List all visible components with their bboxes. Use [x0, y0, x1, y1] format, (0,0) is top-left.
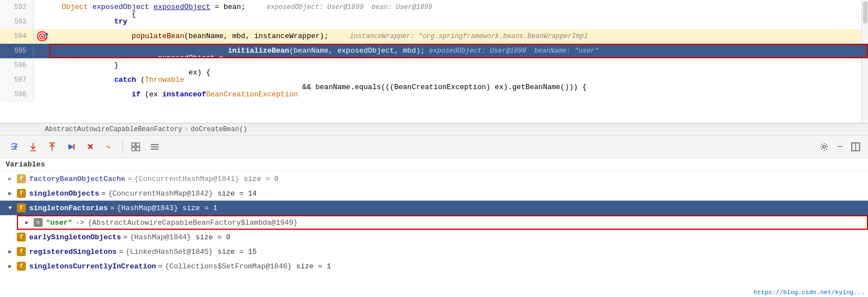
step-into-button[interactable]	[25, 138, 41, 155]
var-val-registeredSingletons: {LinkedHashSet@1845}	[126, 248, 213, 256]
var-registeredSingletons[interactable]: ▶ f registeredSingletons = {LinkedHashSe…	[0, 244, 868, 259]
var-size-singletonFactories: size = 1	[178, 204, 217, 212]
svg-text:↷: ↷	[105, 144, 110, 151]
var-val-singletonFactories: {HashMap@1843}	[117, 204, 178, 212]
line-number-593: 593	[0, 15, 34, 29]
var-val-earlySingletonObjects: {HashMap@1844}	[130, 233, 191, 242]
var-factoryBeanObjectCache[interactable]: ▶ f factoryBeanObjectCache = {Concurrent…	[0, 171, 868, 186]
line-number-598: 598	[0, 87, 34, 102]
code-content-593: try {	[50, 15, 868, 29]
variables-panel: Variables ▶ f factoryBeanObjectCache = {…	[0, 158, 868, 297]
evaluate-button[interactable]: ✕	[82, 138, 99, 155]
type-badge-singletonsCurrentlyInCreation: f	[17, 262, 26, 271]
expand-arrow-user[interactable]: ▶	[22, 218, 31, 227]
breadcrumb-separator: ›	[184, 126, 188, 133]
svg-rect-11	[136, 147, 140, 151]
settings-gear-button[interactable]	[818, 140, 831, 154]
line-number-592: 592	[0, 0, 34, 15]
var-size-registeredSingletons: size = 15	[213, 248, 257, 256]
breakpoint-595[interactable]	[34, 44, 50, 58]
var-val-singletonObjects: {ConcurrentHashMap@1842}	[108, 189, 213, 198]
step-over-icon	[9, 142, 19, 152]
step-into-icon	[28, 142, 38, 152]
var-name-singletonFactories: singletonFactories	[29, 204, 108, 212]
breakpoint-592[interactable]	[34, 0, 50, 15]
toolbar-right-controls: —	[818, 140, 862, 154]
type-badge-earlySingletonObjects: f	[17, 233, 26, 242]
var-eq-earlySingletonObjects: =	[123, 233, 128, 242]
var-arrow-user: ->	[76, 219, 85, 227]
panel-button[interactable]	[849, 140, 862, 154]
run-to-cursor-button[interactable]	[63, 138, 80, 155]
code-editor: 592 Object exposedObject exposedObject =…	[0, 0, 868, 123]
var-singletonFactories[interactable]: ▼ f singletonFactories = {HashMap@1843} …	[0, 201, 868, 215]
selected-line-wrapper: exposedObject = initializeBean(beanName,…	[50, 44, 868, 58]
breakpoint-596[interactable]	[34, 58, 50, 73]
panel-icon	[851, 142, 860, 151]
var-size-earlySingletonObjects: size = 0	[191, 233, 230, 242]
expand-arrow-factoryBeanObjectCache[interactable]: ▶	[6, 174, 15, 183]
var-name-registeredSingletons: registeredSingletons	[29, 248, 117, 256]
var-singletonsCurrentlyInCreation[interactable]: ▶ f singletonsCurrentlyInCreation = {Col…	[0, 259, 868, 273]
breakpoint-597[interactable]	[34, 73, 50, 87]
expand-arrow-registeredSingletons[interactable]: ▶	[6, 247, 15, 256]
breadcrumb: AbstractAutowireCapableBeanFactory › doC…	[0, 123, 868, 136]
type-badge-registeredSingletons: f	[17, 247, 26, 256]
line-number-596: 596	[0, 58, 34, 73]
var-user-wrapper: ▶ ≡ "user" -> {AbstractAutowireCapableBe…	[0, 215, 868, 230]
step-arrow-icon: 🎯	[36, 30, 48, 43]
line-number-594: 594	[0, 29, 34, 44]
watches-button[interactable]	[127, 138, 144, 155]
var-eq-singletonObjects: =	[101, 189, 106, 198]
var-name-user: "user"	[46, 219, 72, 227]
code-content-592: Object exposedObject exposedObject = bea…	[50, 0, 868, 15]
breakpoint-593[interactable]	[34, 15, 50, 29]
var-name-earlySingletonObjects: earlySingletonObjects	[29, 233, 121, 242]
code-content-598: if (ex instanceof BeanCreationException …	[50, 87, 868, 102]
minimize-button[interactable]: —	[833, 140, 847, 154]
force-button[interactable]: ↷	[101, 138, 118, 155]
type-badge-singletonObjects: f	[17, 189, 26, 198]
status-bar: https://blog.csdn.net/kying...	[750, 288, 868, 297]
breadcrumb-method[interactable]: doCreateBean()	[191, 126, 247, 133]
breakpoint-598[interactable]	[34, 87, 50, 102]
step-out-button[interactable]	[44, 138, 61, 155]
var-singletonObjects[interactable]: ▶ f singletonObjects = {ConcurrentHashMa…	[0, 186, 868, 201]
var-user[interactable]: ▶ ≡ "user" -> {AbstractAutowireCapableBe…	[0, 215, 868, 230]
var-size-singletonObjects: size = 14	[213, 189, 257, 198]
variables-list: ▶ f factoryBeanObjectCache = {Concurrent…	[0, 171, 868, 273]
breadcrumb-class[interactable]: AbstractAutowireCapableBeanFactory	[45, 126, 182, 133]
code-line-595: 595 exposedObject = initializeBean(beanN…	[0, 44, 868, 58]
breakpoint-594[interactable]: 🎯	[34, 29, 50, 44]
code-scrollbar[interactable]	[861, 0, 868, 123]
var-size-singletonsCurrentlyInCreation: size = 1	[292, 262, 331, 271]
var-eq-singletonsCurrentlyInCreation: =	[158, 262, 163, 271]
step-out-icon	[47, 142, 57, 152]
force-icon: ↷	[104, 142, 114, 152]
var-eq-singletonFactories: =	[110, 204, 114, 212]
type-badge-user: ≡	[34, 218, 43, 227]
expand-arrow-singletonObjects[interactable]: ▶	[6, 189, 15, 198]
toolbar-separator-1	[122, 140, 123, 154]
expand-arrow-singletonsCurrentlyInCreation[interactable]: ▶	[6, 262, 15, 271]
code-line-598: 598 if (ex instanceof BeanCreationExcept…	[0, 87, 868, 102]
var-earlySingletonObjects[interactable]: ▶ f earlySingletonObjects = {HashMap@184…	[0, 230, 868, 244]
status-url: https://blog.csdn.net/kying...	[754, 289, 865, 296]
variables-header: Variables	[0, 158, 868, 171]
expand-arrow-singletonFactories[interactable]: ▼	[6, 203, 15, 212]
svg-rect-10	[132, 147, 135, 151]
step-over-button[interactable]	[6, 138, 22, 155]
var-name-singletonsCurrentlyInCreation: singletonsCurrentlyInCreation	[29, 262, 156, 271]
var-eq-registeredSingletons: =	[119, 248, 123, 256]
debugger-toolbar: ✕ ↷ —	[0, 136, 868, 158]
var-size-factoryBeanObjectCache: size = 0	[239, 175, 279, 183]
svg-rect-9	[136, 143, 140, 146]
var-val-singletonsCurrentlyInCreation: {Collections$SetFromMap@1846}	[165, 262, 292, 271]
code-lines: 592 Object exposedObject exposedObject =…	[0, 0, 868, 102]
frames-icon	[150, 142, 160, 152]
line-number-597: 597	[0, 73, 34, 87]
frames-button[interactable]	[146, 138, 163, 155]
var-name-factoryBeanObjectCache: factoryBeanObjectCache	[29, 175, 126, 183]
code-content-595: exposedObject = initializeBean(beanName,…	[50, 44, 868, 58]
watches-icon	[131, 142, 141, 152]
